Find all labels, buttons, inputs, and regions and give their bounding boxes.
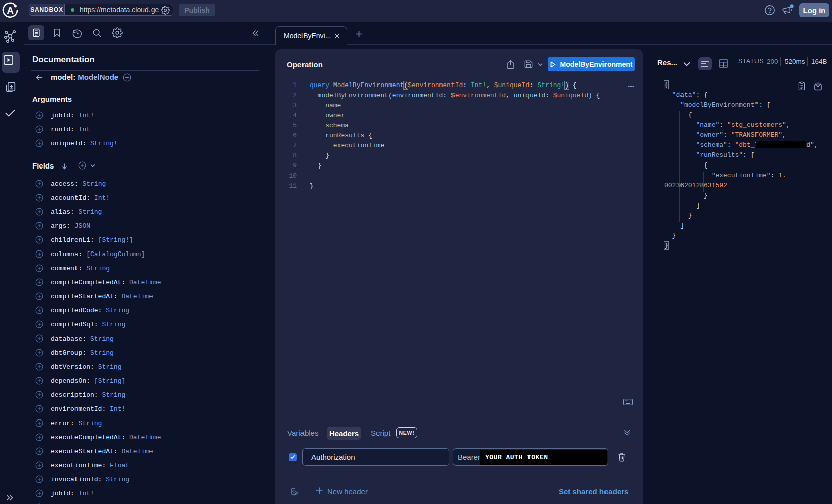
svg-text:A: A [7,5,14,16]
